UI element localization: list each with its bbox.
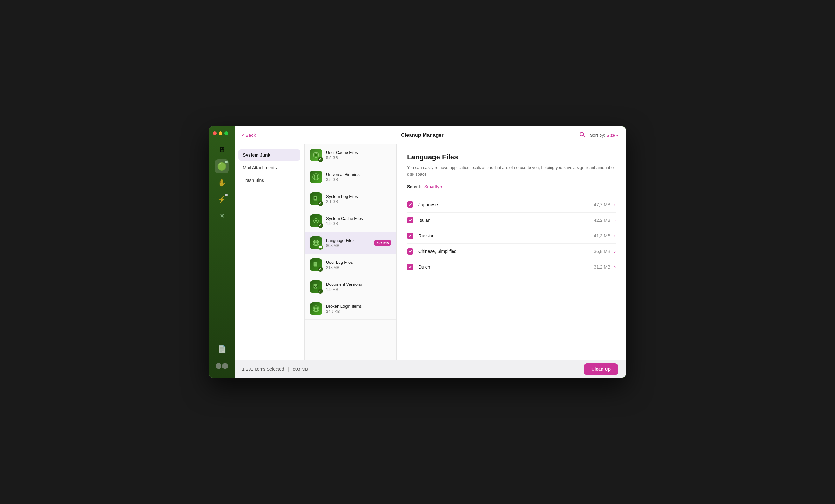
sort-by-label: Sort by: xyxy=(590,133,605,138)
file-info: Document Versions 1,9 MB xyxy=(326,282,391,292)
checkbox-italian[interactable] xyxy=(407,217,413,223)
file-icon-language-files: 💬 xyxy=(310,237,322,249)
sidebar-icon-dots[interactable]: ⬤⬤ xyxy=(215,359,229,372)
category-system-junk[interactable]: System Junk xyxy=(238,149,300,161)
sidebar-icon-monitor[interactable]: 🖥 xyxy=(215,143,229,157)
file-info: Broken Login Items 24.6 KB xyxy=(326,304,391,314)
cleanup-button[interactable]: Clean Up xyxy=(584,363,618,375)
sidebar-bottom-section: 📄 ⬤⬤ xyxy=(215,342,229,372)
traffic-lights xyxy=(209,132,228,135)
sidebar-icon-bolt[interactable]: ⚡ xyxy=(215,193,229,206)
file-icon-system-cache: ⚙ xyxy=(310,215,322,227)
category-mail-attachments[interactable]: Mail Attachments xyxy=(238,162,300,174)
category-trash-bins[interactable]: Trash Bins xyxy=(238,175,300,186)
titlebar-actions: Sort by: Size ▾ xyxy=(571,132,618,139)
file-info: System Cache Files 1,9 GB xyxy=(326,216,391,226)
main-content: ‹ Back Cleanup Manager Sort by: Size ▾ xyxy=(235,126,626,378)
checkbox-chinese-simplified[interactable] xyxy=(407,248,413,255)
files-panel: ⚙ User Cache Files 5,5 GB xyxy=(305,144,397,360)
sidebar: 🖥 🟢 ✋ ⚡ ✕ 📄 ⬤⬤ xyxy=(209,126,235,378)
sidebar-icon-face[interactable]: 🟢 xyxy=(215,159,229,174)
select-row: Select: Smartly ▾ xyxy=(407,184,616,189)
file-badge: ⚙ xyxy=(318,223,323,228)
titlebar: ‹ Back Cleanup Manager Sort by: Size ▾ xyxy=(235,126,626,144)
file-item-language-files[interactable]: 💬 Language Files 803 MB 803 MB xyxy=(305,232,396,254)
file-info: User Cache Files 5,5 GB xyxy=(326,150,391,160)
file-item-user-cache[interactable]: ⚙ User Cache Files 5,5 GB xyxy=(305,144,396,166)
file-icon-user-log: ⚙ xyxy=(310,258,322,271)
svg-line-1 xyxy=(583,135,584,137)
file-item-user-log[interactable]: ⚙ User Log Files 213 MB xyxy=(305,254,396,276)
svg-point-3 xyxy=(315,154,317,156)
checkbox-dutch[interactable] xyxy=(407,264,413,270)
separator: | xyxy=(288,366,289,371)
file-badge: ✓ xyxy=(318,288,323,294)
language-item-italian[interactable]: Italian 42,2 MB › xyxy=(407,213,616,228)
chevron-right-icon: › xyxy=(614,249,616,254)
select-label: Select: xyxy=(407,184,422,189)
file-badge: ⚙ xyxy=(318,201,323,206)
content-area: System Junk Mail Attachments Trash Bins xyxy=(235,144,626,360)
file-item-document-versions[interactable]: ✓ Document Versions 1,9 MB xyxy=(305,276,396,298)
back-label: Back xyxy=(245,133,256,138)
detail-description: You can easily remove application locali… xyxy=(407,164,616,178)
detail-title: Language Files xyxy=(407,153,616,161)
close-button[interactable] xyxy=(213,132,217,135)
chevron-right-icon: › xyxy=(614,233,616,238)
checkbox-japanese[interactable] xyxy=(407,201,413,208)
file-icon-user-cache: ⚙ xyxy=(310,148,322,161)
chevron-down-icon: ▾ xyxy=(441,184,442,189)
file-icon-document-versions: ✓ xyxy=(310,280,322,293)
sort-by-control: Sort by: Size ▾ xyxy=(590,133,618,138)
language-item-japanese[interactable]: Japanese 47,7 MB › xyxy=(407,197,616,213)
maximize-button[interactable] xyxy=(224,132,228,135)
sidebar-icon-document[interactable]: 📄 xyxy=(215,342,229,356)
detail-panel: Language Files You can easily remove app… xyxy=(397,144,626,360)
sort-by-value[interactable]: Size ▾ xyxy=(607,133,618,138)
file-info: User Log Files 213 MB xyxy=(326,260,391,270)
bottom-bar: 1 291 Items Selected | 803 MB Clean Up xyxy=(235,360,626,378)
checkbox-russian[interactable] xyxy=(407,233,413,239)
file-info: Language Files 803 MB xyxy=(326,238,370,248)
file-item-broken-login[interactable]: Broken Login Items 24.6 KB xyxy=(305,298,396,320)
file-icon-system-log: ⚙ xyxy=(310,193,322,205)
svg-point-12 xyxy=(315,220,317,222)
items-selected-label: 1 291 Items Selected xyxy=(242,366,284,371)
total-size-label: 803 MB xyxy=(293,366,308,371)
bottom-info: 1 291 Items Selected | 803 MB xyxy=(242,366,308,371)
search-icon[interactable] xyxy=(579,132,585,139)
file-badge: 💬 xyxy=(318,245,323,250)
file-item-universal-binaries[interactable]: Universal Binaries 3,5 GB xyxy=(305,166,396,188)
file-info: Universal Binaries 3,5 GB xyxy=(326,172,391,182)
file-size-badge: 803 MB xyxy=(374,240,391,246)
minimize-button[interactable] xyxy=(219,132,222,135)
back-chevron-icon: ‹ xyxy=(242,132,244,138)
language-item-russian[interactable]: Russian 41,2 MB › xyxy=(407,228,616,244)
language-item-chinese-simplified[interactable]: Chinese, Simplified 36,8 MB › xyxy=(407,244,616,259)
file-badge: ⚙ xyxy=(318,267,323,272)
chevron-down-icon: ▾ xyxy=(616,134,618,138)
window: 🖥 🟢 ✋ ⚡ ✕ 📄 ⬤⬤ ‹ xyxy=(209,126,626,378)
categories-panel: System Junk Mail Attachments Trash Bins xyxy=(235,144,305,360)
file-item-system-log[interactable]: ⚙ System Log Files 2,1 GB xyxy=(305,188,396,210)
sidebar-icon-hand[interactable]: ✋ xyxy=(215,176,229,190)
language-item-dutch[interactable]: Dutch 31,2 MB › xyxy=(407,259,616,275)
chevron-right-icon: › xyxy=(614,264,616,269)
language-list: Japanese 47,7 MB › Italian 42,2 MB › xyxy=(407,197,616,275)
sidebar-icon-xtool[interactable]: ✕ xyxy=(215,209,229,223)
toggle-indicator xyxy=(225,161,227,163)
file-badge: ⚙ xyxy=(318,157,323,162)
file-icon-universal-binaries xyxy=(310,170,322,183)
file-item-system-cache[interactable]: ⚙ System Cache Files 1,9 GB xyxy=(305,210,396,232)
file-icon-broken-login xyxy=(310,302,322,315)
chevron-right-icon: › xyxy=(614,218,616,223)
page-title: Cleanup Manager xyxy=(274,133,571,138)
select-smartly-dropdown[interactable]: Smartly ▾ xyxy=(424,184,442,189)
file-info: System Log Files 2,1 GB xyxy=(326,194,391,204)
back-button[interactable]: ‹ Back xyxy=(242,132,274,138)
chevron-right-icon: › xyxy=(614,202,616,207)
